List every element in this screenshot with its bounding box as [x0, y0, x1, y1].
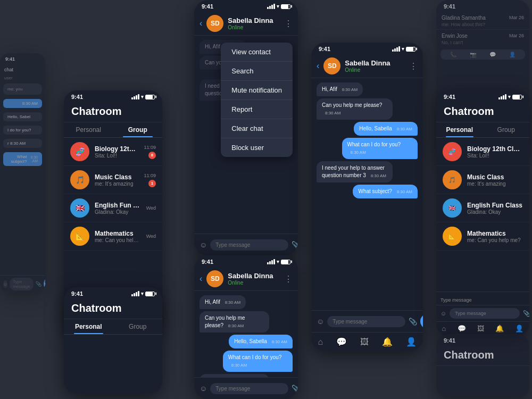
more-button-c[interactable]: ⋮ [284, 19, 293, 29]
wifi-icon-cb: ▾ [277, 259, 279, 264]
chat-preview: Sita: Lol!! [95, 153, 138, 159]
msg-bubble: Hi, Afif 8:30 AM [200, 295, 246, 309]
message-input-c[interactable] [210, 239, 288, 251]
message-row: Hi, Afif 8:30 AM [200, 295, 293, 309]
tab-personal-2[interactable]: Personal [64, 319, 113, 334]
emoji-icon-cb[interactable]: ☺ [200, 384, 207, 393]
tab-group-2[interactable]: Group [113, 319, 163, 334]
status-bar: 9:41 ▾ [64, 90, 162, 102]
send-button-m[interactable]: ➤ [420, 314, 423, 329]
chat-nav-rm[interactable]: 💬 [458, 325, 466, 332]
profile-nav-rm[interactable]: 👤 [515, 325, 523, 332]
chat-header: Chatroom [64, 102, 162, 122]
tab-group-rm[interactable]: Group [483, 122, 530, 137]
context-mute[interactable]: Mute notification [221, 81, 293, 100]
more-button-cb[interactable]: ⋮ [284, 274, 293, 284]
tab-bar-2[interactable]: Personal Group [64, 319, 162, 335]
msg-bubble: Hi, Afif 8:30 AM [317, 82, 363, 96]
context-search[interactable]: Search [221, 62, 293, 81]
chat-name: English Fun Class [467, 202, 523, 209]
chat-info: Music Class me: It's amazing [467, 173, 523, 187]
msg-time: 8:30 AM [371, 173, 386, 178]
chat-preview: me: It's amazing [95, 181, 138, 187]
phone-chatroom-list-bottom: 9:41 ▾ Chatroom Personal Group [64, 287, 162, 394]
tab-bar-rm[interactable]: Personal Group [436, 122, 529, 138]
tab-personal[interactable]: Personal [64, 122, 113, 137]
msg-bubble: I need your help to answer question numb… [200, 374, 269, 377]
status-icons-m: ▾ [392, 46, 415, 52]
time-erwin: Mar 26 [509, 33, 524, 39]
message-row: What can I do for you? 8:30 AM [317, 138, 418, 159]
gallery-nav-rm[interactable]: 🖼 [477, 325, 484, 332]
contact-info-c: Sabella Dinna Online [228, 16, 280, 30]
msg-bubble-sent: What subject? 8:30 AM [353, 185, 418, 198]
list-item[interactable]: 🧬 Biology 12th Class Sita: Lol!! [436, 138, 529, 166]
list-item[interactable]: 📐 Mathematics me: Can you help me? [436, 222, 529, 251]
profile-nav-m[interactable]: 👤 [406, 337, 417, 347]
back-button-c[interactable]: ‹ [200, 19, 202, 28]
msg-time: 8:30 AM [225, 300, 240, 305]
chat-meta: Wed [146, 205, 156, 211]
tab-group[interactable]: Group [113, 122, 163, 137]
message-row: Can you help me please? 8:30 AM [317, 98, 418, 120]
context-report[interactable]: Report [221, 100, 293, 119]
preview-erwin: No, I can't [442, 40, 524, 45]
context-view-contact[interactable]: View contact [221, 43, 293, 62]
back-button-m[interactable]: ‹ [317, 61, 319, 71]
message-input-cb[interactable] [210, 383, 288, 394]
gallery-nav-m[interactable]: 🖼 [360, 337, 369, 347]
emoji-icon-c[interactable]: ☺ [200, 240, 207, 249]
list-item[interactable]: 🇬🇧 English Fun Class Gladina: Okay Wed [64, 194, 162, 222]
battery-icon-cb [281, 260, 290, 264]
emoji-icon-m[interactable]: ☺ [317, 317, 324, 326]
attachment-icon-c[interactable]: 📎 [292, 241, 298, 249]
tab-personal-rm[interactable]: Personal [436, 122, 483, 137]
msg-time: 8:30 AM [231, 363, 247, 368]
avatar: 🧬 [70, 142, 89, 161]
attachment-icon-rm[interactable]: 📎 [523, 310, 529, 317]
input-area-cb: ☺ 📎 ➤ [194, 377, 298, 399]
attachment-icon-m[interactable]: 📎 [409, 318, 417, 326]
home-nav-m[interactable]: ⌂ [318, 337, 323, 347]
notif-nav-m[interactable]: 🔔 [382, 337, 393, 347]
avatar-c: SD [206, 15, 223, 32]
notif-nav-rm[interactable]: 🔔 [495, 325, 504, 332]
input-area-m: ☺ 📎 ➤ [311, 310, 423, 332]
message-input-m[interactable] [327, 316, 405, 327]
status-icons-2: ▾ [131, 291, 155, 296]
list-item[interactable]: 📐 Mathematics me: Can you help me? Wed [64, 222, 162, 251]
phone-message-plain: 9:41 ▾ ‹ SD Sabella Dinna Online ⋮ Hi, A… [194, 255, 298, 399]
status-icons-c: ▾ [267, 4, 290, 9]
list-item[interactable]: 🇬🇧 English Fun Class Gladina: Okay [436, 194, 529, 222]
signal-icon-2 [131, 291, 139, 296]
message-input-rm[interactable] [450, 308, 520, 319]
app-title-2: Chatroom [71, 302, 155, 314]
more-button-m[interactable]: ⋮ [409, 61, 418, 71]
list-item[interactable]: 🎵 Music Class me: It's amazing 11:09 1 [64, 166, 162, 194]
attachment-icon-cb[interactable]: 📎 [292, 385, 298, 393]
time-cb: 9:41 [202, 259, 213, 265]
chat-name: English Fun Class [95, 202, 141, 209]
context-clear-chat[interactable]: Clear chat [221, 119, 293, 138]
home-nav-rm[interactable]: ⌂ [442, 325, 446, 332]
battery-icon-m [406, 47, 415, 52]
unread-badge: 8 [148, 152, 156, 159]
list-item[interactable]: 🎵 Music Class me: It's amazing [436, 166, 529, 194]
back-button-cb[interactable]: ‹ [200, 274, 202, 284]
message-row: Hello, Sabella 8:30 AM [200, 335, 293, 348]
msg-header-c: ‹ SD Sabella Dinna Online ⋮ [194, 12, 298, 36]
messages-area-m: Hi, Afif 8:30 AM Can you help me please?… [311, 78, 423, 310]
tab-bar[interactable]: Personal Group [64, 122, 162, 138]
chat-header-rb: Chatroom [436, 346, 529, 366]
list-item[interactable]: 🧬 Biology 12th Class Sita: Lol!! 11:09 8 [64, 138, 162, 166]
chat-nav-m[interactable]: 💬 [336, 337, 347, 347]
time-c: 9:41 [202, 3, 213, 10]
app-title: Chatroom [71, 105, 155, 118]
context-block[interactable]: Block user [221, 138, 293, 157]
chat-info: Mathematics me: Can you help me? [467, 230, 523, 243]
avatar-m: SD [323, 57, 340, 74]
emoji-icon-rm[interactable]: ☺ [440, 310, 446, 317]
chat-preview: me: Can you help me? [467, 237, 523, 243]
msg-bubble: Can you help me please? 8:30 AM [317, 98, 393, 120]
wifi-icon-2: ▾ [141, 291, 144, 296]
